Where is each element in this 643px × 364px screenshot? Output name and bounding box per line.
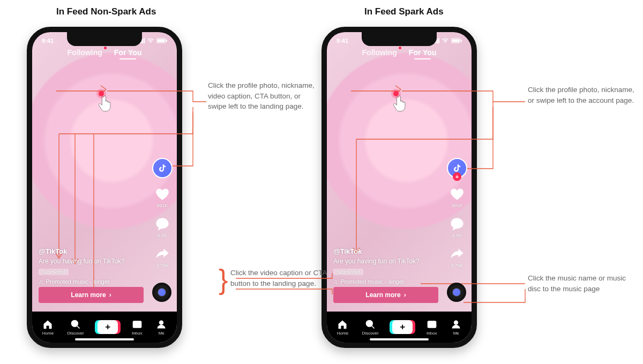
status-time: 9:41 [337, 37, 348, 44]
wifi-icon [147, 38, 154, 43]
cta-button[interactable]: Learn more › [39, 287, 144, 303]
home-indicator [75, 338, 134, 340]
phone-mockup-spark: 9:41 Following For You + 991K [322, 27, 477, 348]
inbox-icon [427, 319, 437, 330]
hand-cursor-icon [391, 95, 409, 113]
music-info[interactable]: ♫ Promoted music - singer [333, 278, 434, 285]
comment-count: 9.8K [452, 233, 462, 238]
tab-following[interactable]: Following [68, 48, 102, 57]
nav-discover[interactable]: Discover [362, 319, 379, 336]
action-sidebar: + 991K 9.8K 3.79K [447, 158, 467, 268]
home-icon [42, 319, 53, 330]
inbox-icon [132, 319, 143, 330]
tab-foryou[interactable]: For You [409, 48, 437, 57]
svg-line-4 [77, 325, 80, 328]
profile-avatar[interactable] [152, 158, 173, 178]
nav-me[interactable]: Me [451, 319, 461, 336]
person-icon [156, 319, 167, 330]
phone-notch [67, 32, 142, 46]
tiktok-logo-icon [452, 163, 462, 173]
phone-mockup-nonspark: 9:41 Following For You 991K 9.8K [27, 27, 182, 348]
feed-tabs: Following For You [327, 48, 472, 57]
music-text: Promoted music - singer [340, 278, 404, 285]
sponsored-badge: Sponsored [333, 269, 363, 275]
profile-avatar[interactable]: + [447, 158, 467, 178]
video-feed-screen[interactable]: 9:41 Following For You 991K 9.8K [32, 32, 177, 343]
share-count: 3.79K [451, 263, 463, 268]
svg-point-13 [454, 321, 458, 324]
annotation-right-bottom-right: Click the music name or music disc to th… [528, 273, 638, 294]
nav-inbox[interactable]: Inbox [427, 319, 437, 336]
music-note-icon: ♫ [39, 278, 43, 285]
nav-create[interactable]: + [392, 320, 413, 334]
battery-icon [451, 38, 462, 43]
comment-count: 9.8K [158, 233, 168, 238]
heading-spark: In Feed Spark Ads [364, 6, 444, 17]
comment-button[interactable]: 9.8K [450, 217, 465, 238]
hand-cursor-icon [96, 95, 114, 113]
caption-block: @TikTok Are you having fun on TikTok? Sp… [39, 247, 139, 285]
svg-rect-1 [158, 40, 165, 42]
cta-label: Learn more [71, 291, 106, 299]
heart-icon [155, 187, 170, 202]
sponsored-badge: Sponsored [39, 269, 69, 275]
share-count: 3.79K [156, 263, 169, 268]
follow-plus-icon[interactable]: + [453, 172, 461, 181]
tab-following[interactable]: Following [362, 48, 397, 57]
author-handle[interactable]: @TikTok [39, 247, 139, 255]
heading-nonspark: In Feed Non-Spark Ads [56, 6, 156, 17]
author-handle[interactable]: @TikTok [333, 247, 434, 255]
share-icon [450, 247, 465, 262]
music-disc[interactable] [447, 283, 466, 302]
tiktok-logo-icon [158, 163, 167, 173]
wifi-icon [442, 38, 449, 43]
cta-label: Learn more [365, 291, 400, 299]
nav-discover[interactable]: Discover [68, 319, 84, 336]
person-icon [451, 319, 461, 330]
comment-icon [450, 217, 465, 232]
video-caption[interactable]: Are you having fun on TikTok? [39, 257, 139, 265]
comment-button[interactable]: 9.8K [155, 217, 170, 238]
share-button[interactable]: 3.79K [155, 247, 170, 268]
music-text: Promoted music - singer [46, 278, 109, 285]
svg-point-10 [367, 320, 373, 327]
nav-me[interactable]: Me [156, 319, 167, 336]
video-feed-screen[interactable]: 9:41 Following For You + 991K [327, 32, 472, 343]
feed-tabs: Following For You [32, 48, 177, 57]
action-sidebar: 991K 9.8K 3.79K [152, 158, 173, 268]
like-button[interactable]: 991K [450, 187, 465, 208]
search-icon [365, 319, 376, 330]
annotation-right-top: Click the profile photo, nickname, or sw… [528, 85, 638, 105]
like-button[interactable]: 991K [155, 187, 170, 208]
status-time: 9:41 [42, 37, 54, 44]
share-icon [155, 247, 170, 262]
share-button[interactable]: 3.79K [450, 247, 465, 268]
battery-icon [156, 38, 167, 43]
music-disc[interactable] [152, 283, 171, 302]
svg-rect-8 [452, 40, 460, 42]
brace-icon: } [219, 275, 228, 285]
home-icon [337, 319, 348, 330]
music-info[interactable]: ♫ Promoted music - singer [39, 278, 139, 285]
svg-point-6 [160, 321, 163, 324]
search-icon [70, 319, 81, 330]
cta-button[interactable]: Learn more › [333, 287, 438, 303]
chevron-right-icon: › [404, 291, 406, 299]
like-count: 991K [156, 203, 168, 208]
nav-inbox[interactable]: Inbox [132, 319, 143, 336]
phone-notch [362, 32, 437, 46]
video-caption[interactable]: Are you having fun on TikTok? [333, 257, 434, 265]
like-count: 991K [451, 203, 462, 208]
heart-icon [450, 187, 465, 202]
comment-icon [155, 217, 170, 232]
nav-create[interactable]: + [98, 320, 118, 334]
nav-home[interactable]: Home [337, 319, 348, 336]
caption-block: @TikTok Are you having fun on TikTok? Sp… [333, 247, 434, 285]
home-indicator [370, 338, 429, 340]
plus-icon: + [392, 320, 413, 334]
svg-line-11 [372, 325, 375, 328]
plus-icon: + [98, 320, 118, 334]
nav-home[interactable]: Home [42, 319, 54, 336]
annotation-left-top: Click the profile photo, nickname, video… [208, 80, 318, 112]
tab-foryou[interactable]: For You [114, 48, 142, 57]
